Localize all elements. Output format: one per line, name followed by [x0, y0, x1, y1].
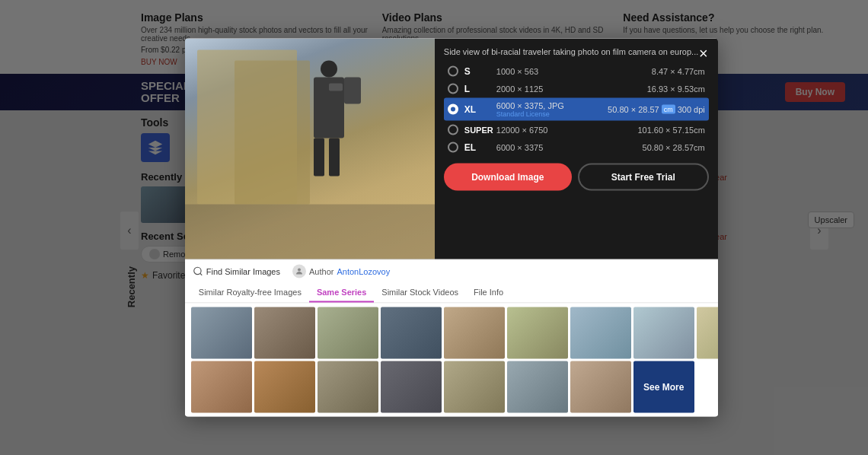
size-cm-l: 16.93 × 9.53cm — [647, 84, 705, 94]
modal-top-section: Side view of bi-racial traveler taking p… — [185, 39, 718, 259]
svg-line-1 — [200, 273, 203, 275]
author-name-label[interactable]: AntonLozovoy — [337, 267, 390, 276]
size-radio-xl — [448, 104, 458, 115]
thumb-1-7[interactable] — [570, 307, 631, 359]
size-option-xl[interactable]: XL 6000 × 3375, JPG Standard License 50.… — [444, 98, 709, 121]
author-button[interactable]: Author AntonLozovoy — [292, 265, 390, 278]
thumb-2-4[interactable] — [381, 361, 442, 413]
tab-file-info[interactable]: File Info — [466, 283, 511, 303]
figure-leg-2 — [329, 138, 340, 177]
figure-legs — [314, 138, 344, 177]
thumbnails-container: See More — [185, 304, 718, 417]
modal-dialog: × — [185, 39, 718, 417]
search-icon — [193, 266, 203, 277]
size-cm-xl: 50.80 × 28.57 cm 300 dpi — [608, 105, 705, 114]
thumb-1-8[interactable] — [633, 307, 694, 359]
tabs-row: Similar Royalty-free Images Same Series … — [185, 283, 718, 304]
size-option-el[interactable]: EL 6000 × 3375 50.80 × 28.57cm — [444, 139, 709, 156]
thumb-1-3[interactable] — [318, 307, 378, 359]
size-label-xl: XL — [464, 104, 496, 115]
size-option-l[interactable]: L 2000 × 1125 16.93 × 9.53cm — [444, 81, 709, 97]
see-more-label: See More — [643, 382, 684, 393]
modal-image-area — [185, 39, 435, 259]
tab-similar-videos[interactable]: Similar Stock Videos — [374, 283, 466, 303]
figure-leg-1 — [314, 138, 324, 177]
tab-same-series-label: Same Series — [317, 288, 366, 297]
download-button[interactable]: Download Image — [444, 164, 572, 191]
size-option-s[interactable]: S 1000 × 563 8.47 × 4.77cm — [444, 63, 709, 80]
figure-camera — [329, 84, 343, 91]
trial-button[interactable]: Start Free Trial — [578, 164, 709, 191]
size-dims-s: 1000 × 563 — [496, 67, 652, 76]
thumb-2-3[interactable] — [318, 361, 378, 413]
cm-badge: cm — [662, 105, 675, 114]
thumb-2-2[interactable] — [254, 361, 315, 413]
author-avatar — [292, 265, 306, 278]
find-similar-button[interactable]: Find Similar Images — [193, 266, 280, 277]
size-dims-l: 2000 × 1125 — [496, 84, 647, 94]
tab-same-series[interactable]: Same Series — [309, 283, 374, 303]
action-buttons-row: Download Image Start Free Trial — [444, 164, 709, 191]
thumb-1-6[interactable] — [507, 307, 568, 359]
modal-title: Side view of bi-racial traveler taking p… — [444, 46, 709, 57]
size-label-l: L — [464, 84, 496, 94]
thumb-2-1[interactable] — [191, 361, 252, 413]
size-cm-super: 101.60 × 57.15cm — [637, 126, 704, 135]
size-dims-el: 6000 × 3375 — [496, 143, 643, 152]
find-similar-row: Find Similar Images Author AntonLozovoy — [185, 259, 718, 283]
size-radio-s — [448, 66, 458, 77]
see-more-button[interactable]: See More — [633, 361, 694, 413]
thumbs-row-1 — [191, 307, 712, 359]
modal-image-placeholder — [185, 39, 435, 259]
size-radio-super — [448, 125, 458, 135]
author-avatar-icon — [295, 267, 304, 276]
tab-similar-royalty-label: Similar Royalty-free Images — [199, 288, 302, 297]
find-similar-label: Find Similar Images — [206, 267, 280, 276]
tab-similar-videos-label: Similar Stock Videos — [381, 288, 458, 297]
standard-license-label: Standard License — [496, 110, 608, 118]
tab-file-info-label: File Info — [474, 288, 503, 297]
author-prefix-label: Author — [309, 267, 333, 276]
size-cm-el: 50.80 × 28.57cm — [643, 143, 705, 152]
figure-backpack — [344, 78, 361, 104]
street — [185, 204, 435, 259]
thumb-1-5[interactable] — [444, 307, 505, 359]
size-label-super: SUPER — [464, 126, 496, 135]
thumb-2-5[interactable] — [444, 361, 505, 413]
size-label-s: S — [464, 66, 496, 77]
size-radio-el — [448, 142, 458, 153]
svg-point-0 — [194, 267, 201, 274]
size-radio-l — [448, 84, 458, 94]
size-radio-xl-inner — [451, 107, 455, 112]
figure-head — [321, 61, 337, 78]
thumb-2-7[interactable] — [570, 361, 631, 413]
size-dims-super: 12000 × 6750 — [496, 126, 638, 135]
thumb-1-4[interactable] — [381, 307, 442, 359]
size-option-super[interactable]: SUPER 12000 × 6750 101.60 × 57.15cm — [444, 122, 709, 138]
thumb-1-9[interactable] — [697, 307, 718, 359]
size-label-el: EL — [464, 142, 496, 153]
tab-similar-royalty[interactable]: Similar Royalty-free Images — [191, 283, 309, 303]
thumbs-row-2: See More — [191, 361, 712, 413]
size-cm-s: 8.47 × 4.77cm — [652, 67, 705, 76]
svg-point-2 — [298, 269, 301, 272]
traveler-figure — [298, 61, 359, 213]
thumb-1-1[interactable] — [191, 307, 252, 359]
close-button[interactable]: × — [694, 43, 713, 63]
modal-options-area: Side view of bi-racial traveler taking p… — [435, 39, 718, 259]
size-dims-xl: 6000 × 3375, JPG Standard License — [496, 101, 608, 118]
thumb-1-2[interactable] — [254, 307, 315, 359]
thumb-2-6[interactable] — [507, 361, 568, 413]
